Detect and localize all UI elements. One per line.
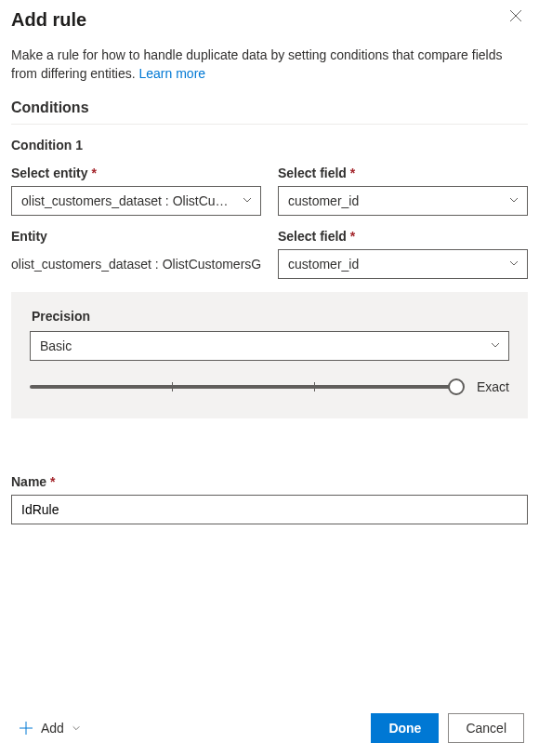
condition-row-1: Select entity * olist_customers_dataset … xyxy=(11,166,528,216)
precision-exact-label: Exact xyxy=(477,379,509,394)
precision-slider-wrap: Exact xyxy=(30,378,509,396)
entity-static-group: Entity olist_customers_dataset : OlistCu… xyxy=(11,229,261,279)
entity-static-value: olist_customers_dataset : OlistCustomers… xyxy=(11,249,261,279)
condition-1-label: Condition 1 xyxy=(11,138,528,153)
entity-static-label: Entity xyxy=(11,229,261,244)
select-field-label-1: Select field * xyxy=(278,166,528,180)
close-button[interactable] xyxy=(509,9,528,28)
select-field-label-2: Select field * xyxy=(278,229,528,244)
precision-block: Precision Basic Exact xyxy=(11,292,528,418)
chevron-down-icon xyxy=(242,193,253,208)
select-entity-value: olist_customers_dataset : OlistCusto... xyxy=(21,193,232,208)
close-icon xyxy=(509,9,522,22)
select-field-dropdown-1[interactable]: customer_id xyxy=(278,186,528,216)
chevron-down-icon xyxy=(508,257,519,272)
panel-title: Add rule xyxy=(11,9,509,31)
add-button-label: Add xyxy=(41,721,64,736)
slider-tick xyxy=(314,382,315,391)
precision-dropdown[interactable]: Basic xyxy=(30,331,509,361)
chevron-down-icon xyxy=(72,721,81,736)
cancel-button[interactable]: Cancel xyxy=(448,713,524,743)
conditions-heading: Conditions xyxy=(11,99,528,125)
chevron-down-icon xyxy=(490,338,501,353)
plus-icon xyxy=(19,721,33,736)
select-field-group-2: Select field * customer_id xyxy=(278,229,528,279)
panel-footer: Add Done Cancel xyxy=(0,700,539,756)
select-entity-dropdown[interactable]: olist_customers_dataset : OlistCusto... xyxy=(11,186,261,216)
select-entity-group: Select entity * olist_customers_dataset … xyxy=(11,166,261,216)
precision-slider[interactable] xyxy=(30,378,456,396)
select-field-value-2: customer_id xyxy=(288,257,499,272)
add-button[interactable]: Add xyxy=(15,715,85,741)
panel-header: Add rule xyxy=(11,9,528,31)
precision-label: Precision xyxy=(30,309,509,324)
add-rule-panel: Add rule Make a rule for how to handle d… xyxy=(0,0,539,756)
condition-row-2: Entity olist_customers_dataset : OlistCu… xyxy=(11,229,528,279)
select-field-dropdown-2[interactable]: customer_id xyxy=(278,249,528,279)
select-field-group-1: Select field * customer_id xyxy=(278,166,528,216)
name-group: Name * xyxy=(11,474,528,524)
learn-more-link[interactable]: Learn more xyxy=(138,66,205,81)
select-field-value-1: customer_id xyxy=(288,193,499,208)
precision-value: Basic xyxy=(40,338,480,353)
name-label: Name * xyxy=(11,474,528,489)
select-entity-label: Select entity * xyxy=(11,166,261,180)
description-text: Make a rule for how to handle duplicate … xyxy=(11,47,502,81)
name-input[interactable] xyxy=(11,495,528,524)
panel-description: Make a rule for how to handle duplicate … xyxy=(11,46,528,83)
slider-tick xyxy=(172,382,173,391)
done-button[interactable]: Done xyxy=(371,713,439,743)
chevron-down-icon xyxy=(508,193,519,208)
slider-thumb[interactable] xyxy=(448,378,465,395)
slider-track xyxy=(30,385,456,389)
